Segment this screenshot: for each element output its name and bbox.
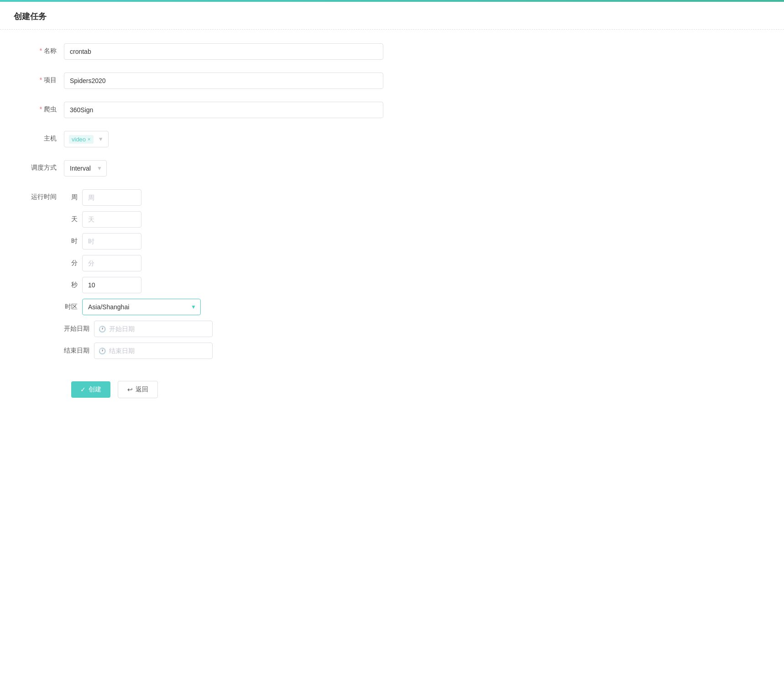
name-row: 名称 [27,43,420,60]
project-input[interactable] [64,73,383,89]
page-title: 创建任务 [14,12,47,21]
end-date-label: 结束日期 [64,347,89,355]
day-input[interactable] [82,211,141,228]
name-input[interactable] [64,43,383,60]
second-field-row: 秒 [64,277,213,293]
back-arrow-icon: ↩ [127,386,133,393]
week-input[interactable] [82,189,141,206]
start-date-wrapper: 🕐 [94,321,213,337]
schedule-select[interactable]: Interval Crontab [64,160,107,177]
end-date-wrapper: 🕐 [94,343,213,359]
day-label: 天 [64,215,78,223]
back-button-label: 返回 [136,385,148,394]
schedule-row: 调度方式 Interval Crontab ▼ [27,160,420,177]
create-button-label: 创建 [89,385,101,394]
host-tag-close-icon[interactable]: × [88,136,90,142]
minute-label: 分 [64,259,78,267]
end-date-clock-icon: 🕐 [99,348,106,354]
page-container: 创建任务 名称 项目 爬虫 主机 video × ▼ [0,2,784,686]
hour-field-row: 时 [64,233,213,249]
timezone-select[interactable]: Asia/Shanghai UTC America/New_York [82,299,201,315]
back-button[interactable]: ↩ 返回 [118,381,158,398]
end-date-field-row: 结束日期 🕐 [64,343,213,359]
create-check-icon: ✓ [80,386,86,393]
timezone-select-wrapper: Asia/Shanghai UTC America/New_York ▼ [82,299,201,315]
start-date-label: 开始日期 [64,325,89,333]
runtime-label: 运行时间 [27,189,64,201]
project-label: 项目 [27,73,64,84]
name-label: 名称 [27,43,64,55]
week-label: 周 [64,193,78,202]
runtime-fields: 周 天 时 分 秒 [64,189,213,359]
day-field-row: 天 [64,211,213,228]
spider-label: 爬虫 [27,102,64,114]
hour-input[interactable] [82,233,141,249]
runtime-row: 运行时间 周 天 时 分 [27,189,420,359]
start-date-field-row: 开始日期 🕐 [64,321,213,337]
form-container: 名称 项目 爬虫 主机 video × ▼ 调度方式 [0,30,447,421]
spider-row: 爬虫 [27,102,420,118]
start-date-clock-icon: 🕐 [99,326,106,333]
second-label: 秒 [64,281,78,289]
schedule-select-wrapper: Interval Crontab ▼ [64,160,107,177]
host-tag-text: video [72,136,86,143]
host-row: 主机 video × ▼ [27,131,420,147]
minute-field-row: 分 [64,255,213,271]
timezone-label: 时区 [64,303,78,311]
page-header: 创建任务 [0,2,784,30]
hour-label: 时 [64,237,78,245]
host-select[interactable]: video × ▼ [64,131,109,147]
schedule-label: 调度方式 [27,160,64,172]
spider-input[interactable] [64,102,383,118]
create-button[interactable]: ✓ 创建 [71,381,110,398]
minute-input[interactable] [82,255,141,271]
project-row: 项目 [27,73,420,89]
timezone-field-row: 时区 Asia/Shanghai UTC America/New_York ▼ [64,299,213,315]
host-dropdown-arrow-icon: ▼ [98,136,104,142]
start-date-input[interactable] [94,321,213,337]
end-date-input[interactable] [94,343,213,359]
button-row: ✓ 创建 ↩ 返回 [27,372,420,407]
host-label: 主机 [27,131,64,143]
host-tag-video: video × [69,135,94,144]
second-input[interactable] [82,277,141,293]
week-field-row: 周 [64,189,213,206]
